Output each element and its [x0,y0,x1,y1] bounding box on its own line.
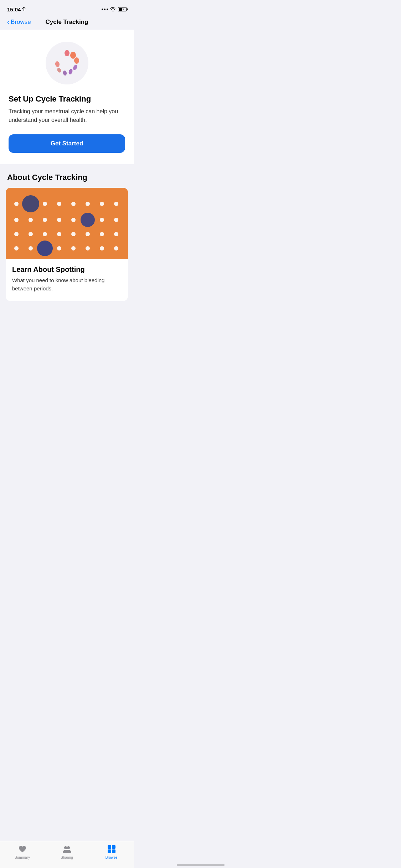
back-label: Browse [11,19,31,26]
get-started-button[interactable]: Get Started [9,134,125,153]
signal-icon [102,9,108,10]
page-title: Cycle Tracking [45,19,88,26]
svg-point-13 [71,202,76,206]
time-label: 15:04 [7,6,21,12]
svg-point-34 [29,246,33,250]
svg-point-32 [114,232,118,236]
svg-point-6 [56,67,62,73]
svg-point-7 [55,61,60,67]
svg-point-1 [70,52,76,59]
svg-point-27 [43,232,47,236]
svg-point-23 [100,218,104,222]
svg-point-19 [43,218,47,222]
main-card: Set Up Cycle Tracking Tracking your mens… [0,30,134,164]
svg-point-16 [114,202,118,206]
svg-point-37 [71,246,76,250]
chevron-left-icon: ‹ [7,19,9,25]
card-illustration [6,188,128,259]
svg-point-4 [68,68,73,75]
status-time: 15:04 [7,6,26,12]
svg-point-35 [37,241,53,256]
svg-point-11 [43,202,47,206]
svg-point-18 [29,218,33,222]
svg-point-22 [81,213,95,227]
status-icons: 43 [102,7,127,11]
cycle-tracking-icon [53,49,81,77]
svg-point-20 [57,218,61,222]
battery-icon: 43 [118,7,127,11]
svg-point-10 [22,195,39,212]
nav-bar: ‹ Browse Cycle Tracking [0,16,134,30]
about-section: About Cycle Tracking [0,164,134,301]
svg-point-36 [57,246,61,250]
card-description: What you need to know about bleeding bet… [12,277,122,293]
main-heading: Set Up Cycle Tracking [9,94,125,104]
location-icon [22,7,26,12]
svg-point-2 [74,57,79,64]
svg-point-25 [14,232,19,236]
card-title: Learn About Spotting [12,265,122,274]
card-text: Learn About Spotting What you need to kn… [6,259,128,301]
cycle-icon-circle [46,42,88,84]
info-card[interactable]: Learn About Spotting What you need to kn… [6,188,128,301]
main-description: Tracking your menstrual cycle can help y… [9,107,125,124]
svg-point-15 [100,202,104,206]
svg-point-21 [71,218,76,222]
svg-point-33 [14,246,19,250]
cycle-calendar-illustration [6,188,128,259]
svg-point-29 [71,232,76,236]
svg-point-0 [65,50,70,56]
wifi-icon [110,7,116,11]
svg-point-3 [72,64,78,71]
svg-point-14 [86,202,90,206]
about-heading: About Cycle Tracking [6,173,128,182]
status-bar: 15:04 43 [0,0,134,16]
svg-point-17 [14,218,19,222]
svg-point-28 [57,232,61,236]
svg-point-12 [57,202,61,206]
svg-point-31 [100,232,104,236]
svg-point-38 [86,246,90,250]
svg-point-30 [86,232,90,236]
svg-point-39 [100,246,104,250]
svg-point-5 [62,70,67,76]
svg-point-40 [114,246,118,250]
back-button[interactable]: ‹ Browse [7,19,31,26]
svg-point-9 [14,202,19,206]
svg-point-26 [29,232,33,236]
svg-point-24 [114,218,118,222]
battery-level: 43 [121,8,124,11]
